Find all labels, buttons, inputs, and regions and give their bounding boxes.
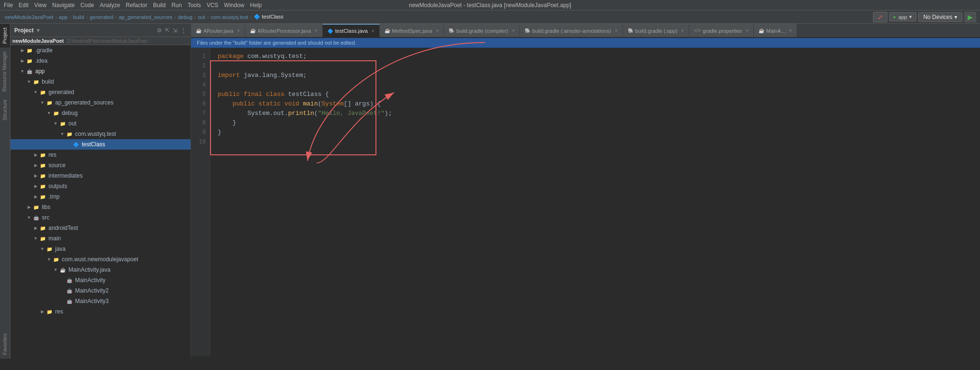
close-tab-buildgradle-compiler[interactable]: × xyxy=(512,28,515,33)
tree-item-testclass[interactable]: 🔷 testClass xyxy=(10,139,191,150)
menu-build[interactable]: Build xyxy=(153,2,166,9)
tab-testclass-label: testClass.java xyxy=(335,28,367,34)
app-dropdown-button[interactable]: ▸ app ▾ xyxy=(889,12,916,21)
tab-gradle-properties[interactable]: </> gradle.properties × xyxy=(689,24,754,37)
tab-methodspec[interactable]: ☕ MethodSpec.java × xyxy=(380,24,444,37)
run-button[interactable]: ▶ xyxy=(964,12,976,22)
close-tab-maina[interactable]: × xyxy=(789,28,792,33)
code-content[interactable]: package com.wustyq.test; import java.lan… xyxy=(210,48,980,356)
close-tab-arouterprocessor[interactable]: × xyxy=(315,28,317,33)
main-layout: Project Resource Manager Structure Favor… xyxy=(0,24,980,359)
menu-window[interactable]: Window xyxy=(224,2,244,9)
menu-vcs[interactable]: VCS xyxy=(207,2,219,9)
tree-item-androidtest[interactable]: 📁 androidTest xyxy=(10,223,191,233)
tree-item-tmp[interactable]: 📁 .tmp xyxy=(10,191,191,202)
menu-edit[interactable]: Edit xyxy=(19,2,29,9)
bc-out[interactable]: out xyxy=(198,14,205,20)
bc-ap[interactable]: ap_generated_sources xyxy=(119,14,173,20)
label-generated: generated xyxy=(48,89,74,95)
tree-item-mainactivity-class[interactable]: 🤖 MainActivity xyxy=(10,275,191,285)
menu-code[interactable]: Code xyxy=(80,2,94,9)
menu-file[interactable]: File xyxy=(4,2,13,9)
tab-arouter[interactable]: ☕ ARouter.java × xyxy=(191,24,245,37)
tree-item-outputs[interactable]: 📁 outputs xyxy=(10,181,191,191)
menu-help[interactable]: Help xyxy=(250,2,262,9)
sidebar-tab-files[interactable]: Favorites xyxy=(0,330,10,359)
code-editor: 1 2 3 4 5 6 7 8 9 10 package com.wustyq.… xyxy=(191,48,980,356)
tree-item-libs[interactable]: 📁 libs xyxy=(10,202,191,212)
menu-refactor[interactable]: Refactor xyxy=(126,2,147,9)
tree-item-mainactivity2[interactable]: 🤖 MainActivity2 xyxy=(10,285,191,296)
tree-item-ap-gen[interactable]: 📁 ap_generated_sources xyxy=(10,97,191,108)
more-options-icon[interactable]: ⋮ xyxy=(180,27,187,34)
tree-item-gradle[interactable]: 📁 .gradle xyxy=(10,45,191,56)
sidebar-tab-structure[interactable]: Structure xyxy=(0,95,10,124)
tree-item-debug[interactable]: 📁 debug xyxy=(10,108,191,118)
sidebar-tab-project[interactable]: Project xyxy=(0,24,10,47)
close-tab-arouter[interactable]: × xyxy=(237,28,240,33)
tree-item-src[interactable]: 🤖 src xyxy=(10,212,191,223)
tree-item-mainactivity[interactable]: ☕ MainActivity.java xyxy=(10,265,191,275)
arrow-app xyxy=(19,68,26,75)
tree-item-main[interactable]: 📁 main xyxy=(10,233,191,244)
tree-item-build[interactable]: 📁 build xyxy=(10,76,191,87)
gear-icon[interactable]: ⚙ xyxy=(157,27,162,34)
menu-run[interactable]: Run xyxy=(172,2,182,9)
tab-testclass[interactable]: 🔷 testClass.java × xyxy=(323,24,379,37)
tree-item-idea[interactable]: 📁 .idea xyxy=(10,56,191,66)
tree-item-res[interactable]: 📁 res xyxy=(10,150,191,160)
expand-all-icon[interactable]: ⇱ xyxy=(165,27,170,34)
tree-item-mainactivity3[interactable]: 🤖 MainActivity3 xyxy=(10,296,191,306)
menu-view[interactable]: View xyxy=(34,2,47,9)
close-tab-gradle-properties[interactable]: × xyxy=(746,28,749,33)
breadcrumb: newModuleJavaPoet › app › build › genera… xyxy=(4,14,284,20)
close-tab-buildgradle-app[interactable]: × xyxy=(681,28,684,33)
tree-item-source[interactable]: 📁 source xyxy=(10,160,191,171)
tab-maina[interactable]: ☕ MainA... × xyxy=(754,24,797,37)
window-title: newModuleJavaPoet - testClass.java [newM… xyxy=(409,2,571,9)
tab-arouterprocessor[interactable]: ☕ ARouterProcessor.java × xyxy=(245,24,323,37)
label-com-wust: com.wust.newmodulejavapoet xyxy=(62,256,138,263)
bc-root[interactable]: newModuleJavaPoet xyxy=(5,14,53,20)
bc-app[interactable]: app xyxy=(59,14,67,20)
sidebar-tab-resource[interactable]: Resource Manager xyxy=(0,47,10,95)
sidebar-header-title: Project ▾ xyxy=(14,27,39,34)
tree-item-java[interactable]: 📁 java xyxy=(10,244,191,254)
expand-button[interactable]: ⤢ xyxy=(873,12,887,22)
code-line-5: public final class testClass { xyxy=(218,90,972,99)
label-debug: debug xyxy=(62,110,77,116)
arrow-debug xyxy=(46,110,52,116)
tree-item-com-wust[interactable]: 📁 com.wust.newmodulejavapoet xyxy=(10,254,191,265)
project-dropdown-icon[interactable]: ▾ xyxy=(37,27,39,34)
tree-item-out[interactable]: 📁 out xyxy=(10,118,191,129)
tab-buildgradle-arouter[interactable]: 🐘 build.gradle (:arouter-annotations) × xyxy=(520,24,623,37)
code-line-4 xyxy=(218,80,972,90)
label-source: source xyxy=(48,162,66,169)
close-tab-buildgradle-arouter[interactable]: × xyxy=(615,28,618,33)
collapse-all-icon[interactable]: ⇲ xyxy=(173,27,177,34)
bc-generated[interactable]: generated xyxy=(90,14,114,20)
app-label: app xyxy=(898,14,907,20)
warning-text: Files under the "build" folder are gener… xyxy=(197,40,356,46)
bc-build[interactable]: build xyxy=(73,14,84,20)
tree-item-intermediates[interactable]: 📁 intermediates xyxy=(10,171,191,181)
menu-tools[interactable]: Tools xyxy=(188,2,201,9)
tree-item-generated[interactable]: 📁 generated xyxy=(10,87,191,97)
close-tab-testclass[interactable]: × xyxy=(372,28,375,34)
code-line-9: } xyxy=(218,128,972,137)
bc-debug[interactable]: debug xyxy=(178,14,192,20)
tree-item-res-main[interactable]: 📁 res xyxy=(10,306,191,317)
tree-item-com-wustyq[interactable]: 📁 com.wustyq.test xyxy=(10,129,191,139)
tab-buildgradle-app[interactable]: 🐘 build.gradle (:app) × xyxy=(623,24,690,37)
no-devices-button[interactable]: No Devices ▾ xyxy=(918,12,962,22)
android-icon-src: 🤖 xyxy=(32,214,40,221)
tree-item-app[interactable]: 🤖 app xyxy=(10,66,191,76)
bc-pkg[interactable]: com.wustyq.test xyxy=(211,14,248,20)
arrow-build xyxy=(26,78,32,85)
android-icon-mainact3: 🤖 xyxy=(66,297,73,305)
code-line-6: public static void main(System[] args) { xyxy=(218,99,972,109)
menu-navigate[interactable]: Navigate xyxy=(52,2,75,9)
close-tab-methodspec[interactable]: × xyxy=(436,28,439,33)
tab-buildgradle-compiler[interactable]: 🐘 build.gradle (compiler) × xyxy=(444,24,520,37)
menu-analyze[interactable]: Analyze xyxy=(100,2,120,9)
